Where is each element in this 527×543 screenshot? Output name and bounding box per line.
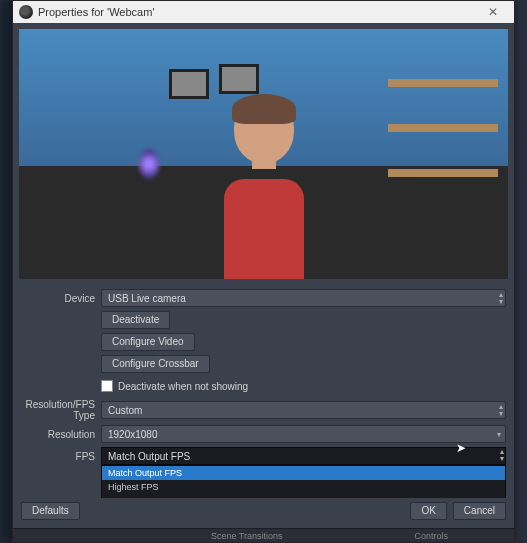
spinner-icon: ▴▾ <box>499 291 503 305</box>
configure-video-button[interactable]: Configure Video <box>101 333 195 351</box>
footer-scene-transitions: Scene Transitions <box>211 531 283 541</box>
ok-button[interactable]: OK <box>410 502 446 520</box>
resolution-fps-type-select[interactable]: Custom ▴▾ <box>101 401 506 419</box>
deactivate-not-showing-label: Deactivate when not showing <box>118 381 248 392</box>
label-fps: FPS <box>21 451 101 462</box>
cursor-icon: ➤ <box>456 441 466 455</box>
webcam-preview <box>19 29 508 279</box>
fps-value: Match Output FPS <box>108 451 190 462</box>
label-res-fps-type: Resolution/FPS Type <box>21 399 101 421</box>
window-title: Properties for 'Webcam' <box>38 6 478 18</box>
fps-option[interactable]: Highest FPS <box>102 480 505 494</box>
close-icon[interactable]: ✕ <box>478 5 508 19</box>
res-fps-type-value: Custom <box>108 405 142 416</box>
chevron-down-icon: ▾ <box>497 430 501 439</box>
deactivate-not-showing-checkbox[interactable] <box>101 380 113 392</box>
resolution-value: 1920x1080 <box>108 429 158 440</box>
obs-icon <box>19 5 33 19</box>
device-value: USB Live camera <box>108 293 186 304</box>
defaults-button[interactable]: Defaults <box>21 502 80 520</box>
spinner-icon: ▴▾ <box>499 403 503 417</box>
configure-crossbar-button[interactable]: Configure Crossbar <box>101 355 210 373</box>
dialog-button-bar: Defaults OK Cancel <box>13 498 514 528</box>
footer-controls: Controls <box>414 531 448 541</box>
fps-option[interactable]: 30 <box>102 494 505 498</box>
deactivate-button[interactable]: Deactivate <box>101 311 170 329</box>
label-device: Device <box>21 293 101 304</box>
preview-area <box>13 23 514 285</box>
fps-select[interactable]: Match Output FPS ▴▾ ➤ <box>101 447 506 465</box>
fps-dropdown-list: Match Output FPS Highest FPS 30 5 <box>101 465 506 498</box>
label-resolution: Resolution <box>21 429 101 440</box>
device-select[interactable]: USB Live camera ▴▾ <box>101 289 506 307</box>
resolution-select[interactable]: 1920x1080 ▾ <box>101 425 506 443</box>
spinner-icon: ▴▾ <box>500 448 504 462</box>
fps-option[interactable]: Match Output FPS <box>102 466 505 480</box>
main-window-footer: Scene Transitions Controls <box>13 528 514 542</box>
form-area: Device USB Live camera ▴▾ Deactivate Con… <box>13 285 514 498</box>
cancel-button[interactable]: Cancel <box>453 502 506 520</box>
titlebar: Properties for 'Webcam' ✕ <box>13 1 514 23</box>
properties-dialog: Properties for 'Webcam' ✕ Device USB Liv… <box>12 0 515 543</box>
